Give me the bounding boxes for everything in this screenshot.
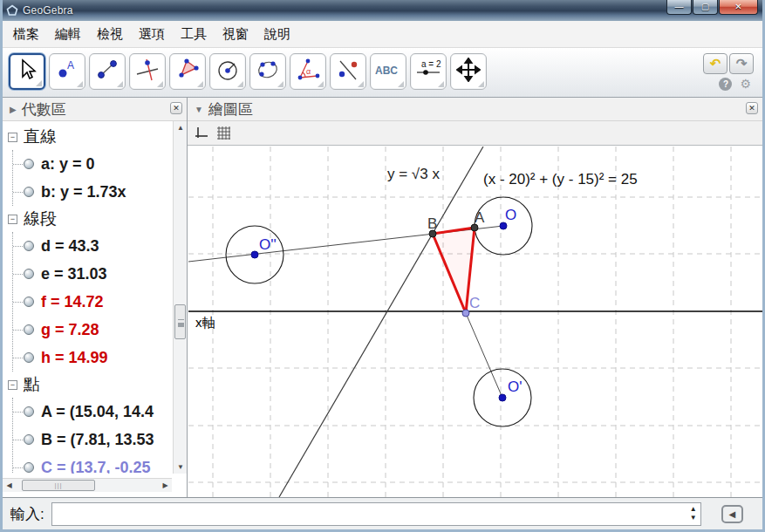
close-button[interactable]: ✕: [719, 0, 758, 15]
scroll-right-icon[interactable]: ▶: [159, 479, 172, 492]
scroll-down-icon[interactable]: ▼: [174, 460, 188, 474]
command-list-toggle-button[interactable]: ◀: [721, 505, 743, 523]
horizontal-scroll-thumb[interactable]: |||: [22, 480, 95, 491]
scroll-up-icon[interactable]: ▲: [174, 121, 188, 134]
tool-conic-points-button[interactable]: [249, 53, 286, 90]
visibility-marble-icon[interactable]: [24, 434, 34, 445]
algebra-vertical-scrollbar[interactable]: ▲ ▼: [173, 121, 187, 474]
collapse-right-icon[interactable]: ▶: [10, 105, 17, 114]
tool-bar: A: [3, 48, 762, 98]
graphics-close-icon[interactable]: ✕: [746, 102, 758, 114]
tree-item-segment-h[interactable]: h = 14.99: [13, 344, 172, 372]
item-text: b: y = 1.73x: [41, 183, 126, 201]
label-point-O: O: [505, 207, 516, 223]
visibility-marble-icon[interactable]: [24, 241, 34, 251]
redo-button[interactable]: ↷: [729, 53, 754, 74]
tree-item-segment-d[interactable]: d = 43.3: [13, 232, 172, 260]
input-history-spinner[interactable]: ▲ ▼: [690, 505, 697, 522]
algebra-horizontal-scrollbar[interactable]: ◀ ||| ▶: [3, 478, 172, 492]
toggle-axes-icon[interactable]: [195, 126, 209, 140]
tree-item-segment-e[interactable]: e = 31.03: [13, 260, 172, 288]
tool-reflect-button[interactable]: [330, 53, 366, 90]
algebra-close-icon[interactable]: ✕: [170, 102, 182, 114]
graphics-canvas[interactable]: y = √3 x (x - 20)² + (y - 15)² = 25 x軸 B…: [188, 147, 763, 497]
tree-item-segment-g[interactable]: g = 7.28: [13, 316, 172, 344]
slider-icon: a = 2: [414, 58, 442, 85]
tree-item-point-C[interactable]: C = (13.7, -0.25: [13, 454, 172, 474]
tool-circle-center-button[interactable]: [209, 53, 246, 90]
tree-group-segments[interactable]: − 線段: [3, 206, 172, 232]
menu-item-view[interactable]: 檢視: [89, 22, 131, 47]
spinner-down-icon[interactable]: ▼: [690, 514, 697, 522]
tool-line-construction-button[interactable]: [129, 53, 166, 90]
menu-item-options[interactable]: 選項: [131, 22, 173, 47]
crossing-lines-icon: [135, 58, 160, 85]
redo-icon: ↷: [736, 56, 748, 71]
visibility-marble-icon[interactable]: [24, 297, 34, 307]
menu-item-file[interactable]: 檔案: [5, 22, 47, 47]
geogebra-window: GeoGebra — ▢ ✕ 檔案 編輯 檢視 選項 工具 視窗 說明: [0, 0, 765, 532]
maximize-button[interactable]: ▢: [693, 0, 718, 15]
svg-text:a = 2: a = 2: [421, 59, 441, 69]
algebra-panel-title: 代數區: [22, 99, 66, 119]
item-text: C = (13.7, -0.25: [41, 459, 151, 474]
command-input[interactable]: [51, 502, 701, 526]
settings-button[interactable]: ⚙: [740, 78, 751, 91]
item-text: g = 7.28: [41, 321, 99, 339]
menu-item-tools[interactable]: 工具: [173, 22, 215, 47]
tree-group-points[interactable]: − 點: [3, 372, 172, 398]
window-controls: — ▢ ✕: [666, 0, 758, 15]
tool-angle-button[interactable]: α: [290, 53, 326, 90]
item-text: B = (7.81, 13.53: [41, 431, 154, 449]
item-text: f = 14.72: [41, 293, 104, 311]
new-point-icon: A: [55, 58, 79, 85]
collapse-down-icon[interactable]: ▼: [195, 105, 203, 114]
svg-text:A: A: [67, 59, 74, 72]
undo-button[interactable]: ↶: [703, 53, 727, 74]
spinner-up-icon[interactable]: ▲: [690, 505, 697, 514]
visibility-marble-icon[interactable]: [24, 269, 34, 279]
segment-C-Op: [466, 313, 502, 398]
help-button[interactable]: ?: [719, 78, 732, 91]
label-x-axis: x軸: [195, 315, 215, 330]
scroll-left-icon[interactable]: ◀: [3, 479, 16, 492]
visibility-marble-icon[interactable]: [24, 352, 34, 363]
visibility-marble-icon[interactable]: [24, 187, 34, 197]
tool-move-view-button[interactable]: [450, 53, 487, 90]
reflect-about-line-icon: [336, 58, 360, 85]
graphics-panel-header: ▼ 繪圖區 ✕: [188, 98, 762, 121]
tree-item-point-B[interactable]: B = (7.81, 13.53: [13, 426, 172, 454]
item-text: h = 14.99: [41, 349, 108, 367]
visibility-marble-icon[interactable]: [24, 159, 34, 169]
geogebra-logo-icon: [6, 4, 18, 17]
tree-item-line-a[interactable]: a: y = 0: [13, 150, 172, 178]
tree-item-point-A[interactable]: A = (15.04, 14.4: [13, 398, 172, 426]
item-text: d = 43.3: [41, 237, 99, 256]
tool-segment-button[interactable]: [89, 53, 126, 90]
tool-text-button[interactable]: ABC: [370, 53, 406, 90]
tree-item-segment-f[interactable]: f = 14.72: [13, 288, 172, 316]
vertical-scroll-thumb[interactable]: [174, 304, 186, 339]
tool-polygon-button[interactable]: [169, 53, 206, 90]
visibility-marble-icon[interactable]: [24, 324, 34, 335]
collapse-minus-icon[interactable]: −: [8, 380, 17, 390]
angle-icon: α: [296, 58, 320, 85]
tree-group-lines[interactable]: − 直線: [3, 124, 172, 150]
visibility-marble-icon[interactable]: [24, 406, 34, 417]
line-b: [279, 147, 483, 497]
toggle-grid-icon[interactable]: [216, 126, 231, 140]
tree-item-line-b[interactable]: b: y = 1.73x: [13, 178, 172, 206]
tool-slider-button[interactable]: a = 2: [410, 53, 447, 90]
collapse-minus-icon[interactable]: −: [8, 133, 17, 142]
visibility-marble-icon[interactable]: [24, 462, 34, 473]
minimize-button[interactable]: —: [666, 0, 692, 15]
label-circle-equation: (x - 20)² + (y - 15)² = 25: [483, 171, 638, 188]
tool-move-button[interactable]: [9, 53, 45, 90]
collapse-minus-icon[interactable]: −: [8, 215, 17, 224]
menu-item-edit[interactable]: 編輯: [47, 22, 89, 47]
algebra-panel-header: ▶ 代數區 ✕: [3, 98, 187, 121]
menu-item-help[interactable]: 說明: [256, 22, 298, 47]
tool-new-point-button[interactable]: A: [49, 53, 85, 90]
graphics-style-bar: [188, 121, 762, 146]
menu-item-window[interactable]: 視窗: [215, 22, 256, 47]
